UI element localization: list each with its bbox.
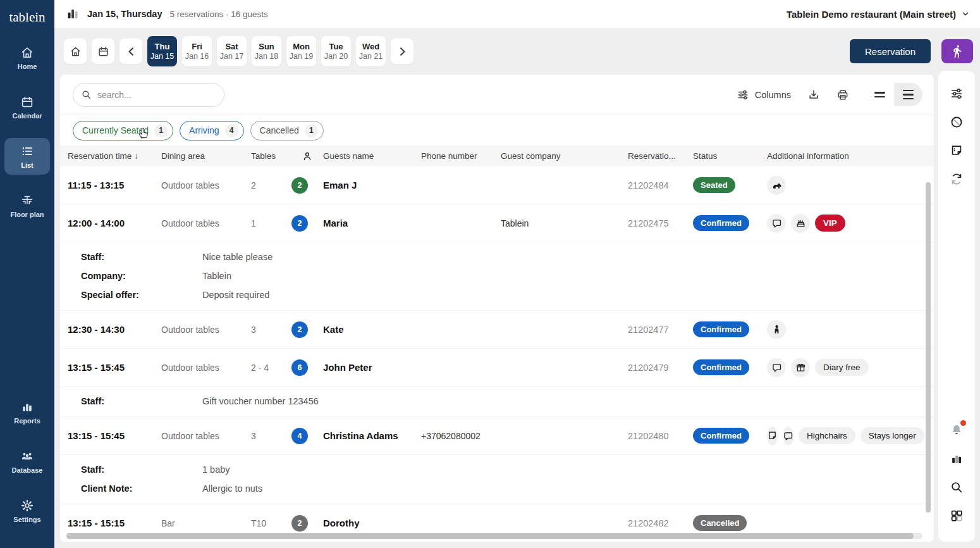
status-badge: Confirmed — [693, 321, 749, 337]
col-header-tables[interactable]: Tables — [251, 151, 291, 161]
content-row: Columns Currently Seated1Arriving4Cancel… — [54, 75, 980, 548]
col-header-guests-name[interactable]: Guests name — [323, 151, 421, 161]
table-row-eman-j[interactable]: 11:15 - 13:15Outdoor tables22Eman J21202… — [60, 166, 934, 204]
cell-reservation-time: 13:15 - 15:45 — [68, 430, 161, 441]
rail-bell-icon[interactable] — [945, 419, 968, 442]
detail-label: Staff: — [81, 247, 202, 266]
table-row-john-peter[interactable]: 13:15 - 15:45Outdoor tables2 · 46John Pe… — [60, 349, 934, 387]
reservations-summary: 5 reservations · 16 guests — [169, 9, 267, 19]
tab-date-label: Jan 16 — [185, 52, 209, 61]
search-icon — [950, 480, 964, 494]
filter-chip-cancelled[interactable]: Cancelled1 — [250, 121, 324, 140]
new-reservation-button[interactable]: Reservation — [850, 39, 931, 63]
status-badge: Seated — [693, 177, 735, 193]
date-tab-fri[interactable]: FriJan 16 — [182, 36, 212, 66]
detailed-view-button[interactable] — [894, 83, 922, 106]
download-button[interactable] — [807, 89, 820, 101]
sidebar-item-label: Home — [18, 63, 37, 70]
block-icon — [950, 115, 964, 129]
calendar-picker-button[interactable] — [92, 39, 114, 64]
rail-sync-icon[interactable] — [945, 168, 968, 190]
col-header-phone-number[interactable]: Phone number — [421, 151, 501, 161]
cell-reservation-number: 21202475 — [628, 218, 693, 228]
walkin-button[interactable] — [941, 39, 973, 63]
col-header-reservation-time[interactable]: Reservation time↓ — [68, 151, 161, 161]
view-toggle — [866, 83, 922, 106]
home-shortcut-button[interactable] — [64, 39, 87, 64]
horizontal-scrollbar-track[interactable] — [66, 533, 922, 539]
tab-date-label: Jan 21 — [359, 52, 383, 61]
person-icon — [302, 151, 312, 161]
extra-chat-icon — [767, 358, 786, 377]
sidebar-item-database[interactable]: Database — [4, 443, 50, 480]
sidebar-item-reports[interactable]: Reports — [4, 394, 50, 430]
rail-search-icon[interactable] — [945, 476, 968, 499]
date-tab-tue[interactable]: TueJan 20 — [321, 36, 351, 66]
vertical-scrollbar[interactable] — [926, 182, 931, 513]
sidebar-item-calendar[interactable]: Calendar — [4, 89, 50, 125]
filter-chip-arriving[interactable]: Arriving4 — [180, 121, 243, 140]
status-badge: Confirmed — [693, 359, 749, 375]
columns-button[interactable]: Columns — [737, 89, 791, 101]
extra-chip-highchairs: Highchairs — [799, 427, 855, 444]
col-header-guest-company[interactable]: Guest company — [501, 151, 628, 161]
table-row-maria[interactable]: 12:00 - 14:00Outdoor tables12MariaTablei… — [60, 204, 934, 242]
cell-dining-area: Outdoor tables — [161, 363, 251, 373]
filter-chip-currently-seated[interactable]: Currently Seated1 — [73, 121, 173, 140]
cell-tables: T10 — [251, 518, 291, 528]
tab-date-label: Jan 19 — [290, 52, 314, 61]
row-details-christina-adams: Staff:1 babyClient Note:Allergic to nuts — [60, 455, 934, 504]
sidebar-item-home[interactable]: Home — [4, 39, 50, 76]
date-tab-sat[interactable]: SatJan 17 — [217, 36, 247, 66]
sidebar-item-label: Floor plan — [10, 211, 44, 218]
cell-dining-area: Outdoor tables — [161, 180, 251, 190]
compact-view-button[interactable] — [866, 83, 894, 106]
sidebar-item-settings[interactable]: Settings — [4, 492, 50, 529]
search-input[interactable] — [73, 83, 224, 107]
tab-day-label: Mon — [293, 42, 310, 51]
stats-icon[interactable] — [66, 7, 80, 21]
rail-sliders-icon[interactable] — [945, 82, 968, 105]
detail-line: Company:Tablein — [81, 266, 934, 285]
date-tab-thu[interactable]: ThuJan 15 — [147, 36, 177, 66]
rail-chart-icon[interactable] — [945, 447, 968, 470]
home-icon — [70, 46, 82, 58]
tab-date-label: Jan 18 — [255, 52, 279, 61]
cell-guest-count: 2 — [291, 177, 323, 194]
date-tab-sun[interactable]: SunJan 18 — [252, 36, 281, 66]
cell-additional-information — [767, 176, 934, 195]
home-icon — [20, 46, 34, 59]
col-header-dining-area[interactable]: Dining area — [161, 151, 251, 161]
guest-count-badge: 2 — [291, 321, 308, 338]
walk-icon — [950, 44, 964, 58]
extra-chip-vip: VIP — [815, 215, 845, 232]
left-sidebar: tablein HomeCalendarListFloor plan Repor… — [0, 0, 54, 548]
print-button[interactable] — [836, 89, 849, 101]
col-header-guests[interactable] — [291, 151, 323, 161]
next-dates-button[interactable] — [391, 39, 413, 64]
row-details-john-peter: Staff:Gift voucher number 123456 — [60, 387, 934, 417]
restaurant-selector[interactable]: Tablein Demo restaurant (Main street) — [787, 9, 970, 20]
rail-grid-icon[interactable] — [945, 504, 968, 527]
col-header-reservation-number[interactable]: Reservatio... — [628, 151, 693, 161]
col-header-status[interactable]: Status — [693, 151, 767, 161]
status-badge: Confirmed — [693, 428, 749, 444]
date-tab-mon[interactable]: MonJan 19 — [286, 36, 316, 66]
cell-tables: 3 — [251, 325, 291, 335]
columns-label: Columns — [755, 90, 791, 100]
cell-reservation-number: 21202479 — [628, 363, 693, 373]
cell-tables: 2 — [251, 180, 291, 190]
sidebar-item-list[interactable]: List — [4, 138, 50, 175]
table-row-kate[interactable]: 12:30 - 14:30Outdoor tables32Kate2120247… — [60, 311, 934, 349]
rail-top-group — [945, 82, 968, 196]
prev-dates-button[interactable] — [119, 39, 142, 64]
col-header-additional-information[interactable]: Additional information — [767, 151, 934, 161]
rail-note-icon[interactable] — [945, 139, 968, 162]
cell-phone-number: +37062080002 — [421, 431, 501, 441]
sidebar-item-floor-plan[interactable]: Floor plan — [4, 187, 50, 224]
horizontal-scrollbar-thumb[interactable] — [66, 533, 914, 539]
rail-block-icon[interactable] — [945, 111, 968, 134]
table-row-christina-adams[interactable]: 13:15 - 15:45Outdoor tables34Christina A… — [60, 417, 934, 455]
date-tab-wed[interactable]: WedJan 21 — [356, 36, 386, 66]
cell-dining-area: Bar — [161, 518, 251, 528]
